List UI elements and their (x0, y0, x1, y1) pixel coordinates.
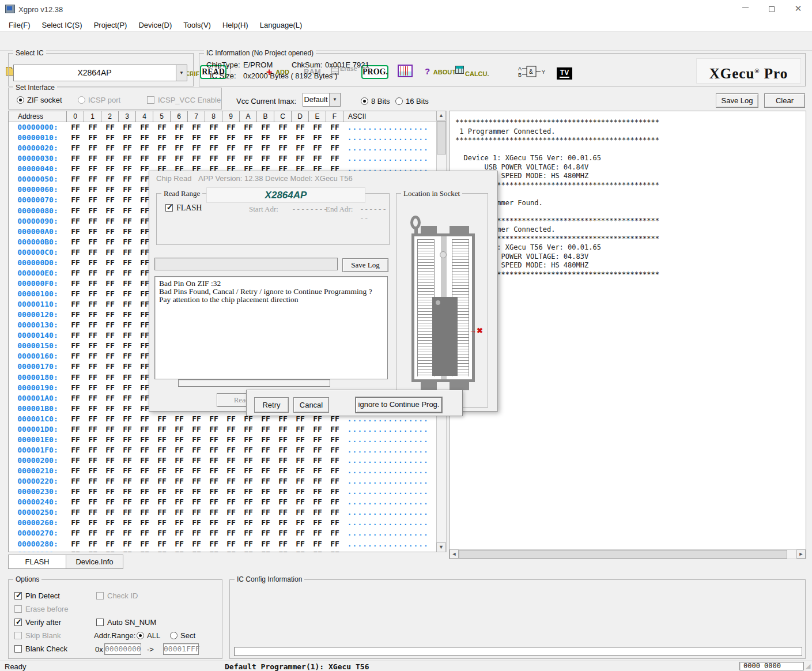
hex-byte-cell[interactable]: FF (119, 206, 136, 216)
hex-byte-cell[interactable]: FF (84, 414, 101, 424)
hex-byte-cell[interactable]: FF (67, 227, 84, 237)
hex-byte-cell[interactable]: FF (84, 227, 101, 237)
hex-byte-cell[interactable]: FF (136, 424, 153, 435)
hex-byte-cell[interactable]: FF (101, 549, 119, 552)
hex-byte-cell[interactable]: FF (274, 455, 292, 466)
hex-byte-cell[interactable]: FF (326, 518, 343, 528)
hex-byte-cell[interactable]: FF (222, 539, 240, 549)
hex-byte-cell[interactable]: FF (101, 299, 119, 310)
hex-byte-cell[interactable]: FF (292, 455, 309, 466)
hex-byte-cell[interactable]: FF (67, 153, 84, 164)
hex-byte-cell[interactable]: FF (67, 122, 84, 133)
hex-byte-cell[interactable]: FF (153, 466, 171, 476)
hex-byte-cell[interactable]: FF (257, 466, 274, 476)
hex-byte-cell[interactable]: FF (136, 133, 153, 143)
hex-byte-cell[interactable]: FF (240, 445, 257, 455)
hex-byte-cell[interactable]: FF (257, 455, 274, 466)
hex-byte-cell[interactable]: FF (84, 372, 101, 383)
hex-byte-cell[interactable]: FF (222, 122, 240, 133)
menu-select-ic[interactable]: Select IC(S) (38, 21, 86, 29)
hex-byte-cell[interactable]: FF (101, 476, 119, 487)
hex-byte-cell[interactable]: FF (205, 122, 222, 133)
hex-byte-cell[interactable]: FF (326, 445, 343, 455)
hex-byte-cell[interactable]: FF (240, 476, 257, 487)
hex-byte-cell[interactable]: FF (171, 507, 188, 518)
hex-byte-cell[interactable]: FF (205, 518, 222, 528)
hex-byte-cell[interactable]: FF (153, 153, 171, 164)
hex-byte-cell[interactable]: FF (136, 122, 153, 133)
hex-byte-cell[interactable]: FF (274, 549, 292, 552)
hex-byte-cell[interactable]: FF (119, 497, 136, 507)
hex-byte-cell[interactable]: FF (171, 153, 188, 164)
hex-byte-cell[interactable]: FF (292, 549, 309, 552)
scroll-left-button[interactable]: ◄ (450, 549, 459, 559)
hex-byte-cell[interactable]: FF (84, 299, 101, 310)
hex-byte-cell[interactable]: FF (171, 424, 188, 435)
hex-byte-cell[interactable]: FF (101, 507, 119, 518)
hex-byte-cell[interactable]: FF (67, 476, 84, 487)
hex-byte-cell[interactable]: FF (101, 237, 119, 247)
hex-byte-cell[interactable]: FF (171, 414, 188, 424)
hex-byte-cell[interactable]: FF (188, 153, 205, 164)
hex-byte-cell[interactable]: FF (188, 445, 205, 455)
hex-byte-cell[interactable]: FF (67, 497, 84, 507)
hex-byte-cell[interactable]: FF (101, 497, 119, 507)
hex-byte-cell[interactable]: FF (101, 278, 119, 289)
hex-byte-cell[interactable]: FF (101, 184, 119, 195)
menu-tools[interactable]: Tools(V) (179, 21, 215, 29)
hex-byte-cell[interactable]: FF (171, 143, 188, 153)
scrollbar-thumb[interactable] (437, 121, 446, 154)
close-button[interactable]: ✕ (785, 0, 811, 18)
hex-byte-cell[interactable]: FF (222, 497, 240, 507)
hex-byte-cell[interactable]: FF (205, 507, 222, 518)
hex-byte-cell[interactable]: FF (188, 122, 205, 133)
menu-help[interactable]: Help(H) (218, 21, 252, 29)
hex-byte-cell[interactable]: FF (119, 247, 136, 258)
hex-byte-cell[interactable]: FF (222, 133, 240, 143)
hex-byte-cell[interactable]: FF (136, 414, 153, 424)
menu-file[interactable]: File(F) (5, 21, 35, 29)
hex-byte-cell[interactable]: FF (274, 153, 292, 164)
vcc-current-combobox[interactable]: Default ▼ (303, 93, 341, 107)
hex-byte-cell[interactable]: FF (119, 383, 136, 393)
hex-byte-cell[interactable]: FF (222, 424, 240, 435)
hex-byte-cell[interactable]: FF (101, 206, 119, 216)
hex-byte-cell[interactable]: FF (274, 497, 292, 507)
hex-byte-cell[interactable]: FF (101, 153, 119, 164)
hex-byte-cell[interactable]: FF (171, 466, 188, 476)
hex-byte-cell[interactable]: FF (67, 404, 84, 414)
hex-byte-cell[interactable]: FF (171, 497, 188, 507)
hex-byte-cell[interactable]: FF (119, 351, 136, 361)
hex-byte-cell[interactable]: FF (67, 143, 84, 153)
hex-byte-cell[interactable]: FF (205, 414, 222, 424)
hex-byte-cell[interactable]: FF (101, 466, 119, 476)
scroll-right-button[interactable]: ► (796, 549, 806, 559)
hex-byte-cell[interactable]: FF (171, 122, 188, 133)
flash-checkbox[interactable]: FLASH (165, 203, 202, 213)
verify-after-checkbox[interactable]: Verify after (14, 618, 61, 627)
hex-byte-cell[interactable]: FF (67, 289, 84, 299)
hex-byte-cell[interactable]: FF (67, 216, 84, 227)
hex-byte-cell[interactable]: FF (84, 330, 101, 341)
hex-byte-cell[interactable]: FF (101, 435, 119, 445)
hex-byte-cell[interactable]: FF (240, 455, 257, 466)
hex-byte-cell[interactable]: FF (309, 153, 326, 164)
hex-byte-cell[interactable]: FF (119, 549, 136, 552)
hex-byte-cell[interactable]: FF (257, 133, 274, 143)
hex-byte-cell[interactable]: FF (326, 466, 343, 476)
hex-byte-cell[interactable]: FF (136, 539, 153, 549)
save-log-button[interactable]: Save Log (716, 93, 758, 108)
hex-byte-cell[interactable]: FF (309, 435, 326, 445)
hex-byte-cell[interactable]: FF (274, 539, 292, 549)
hex-byte-cell[interactable]: FF (292, 122, 309, 133)
hex-byte-cell[interactable]: FF (309, 507, 326, 518)
hex-byte-cell[interactable]: FF (257, 497, 274, 507)
hex-byte-cell[interactable]: FF (188, 466, 205, 476)
hex-byte-cell[interactable]: FF (84, 310, 101, 320)
range-to-input[interactable]: 00001FFF (163, 643, 199, 655)
hex-byte-cell[interactable]: FF (136, 445, 153, 455)
hex-byte-cell[interactable]: FF (101, 518, 119, 528)
hex-byte-cell[interactable]: FF (205, 487, 222, 497)
hex-byte-cell[interactable]: FF (326, 122, 343, 133)
hex-byte-cell[interactable]: FF (257, 518, 274, 528)
